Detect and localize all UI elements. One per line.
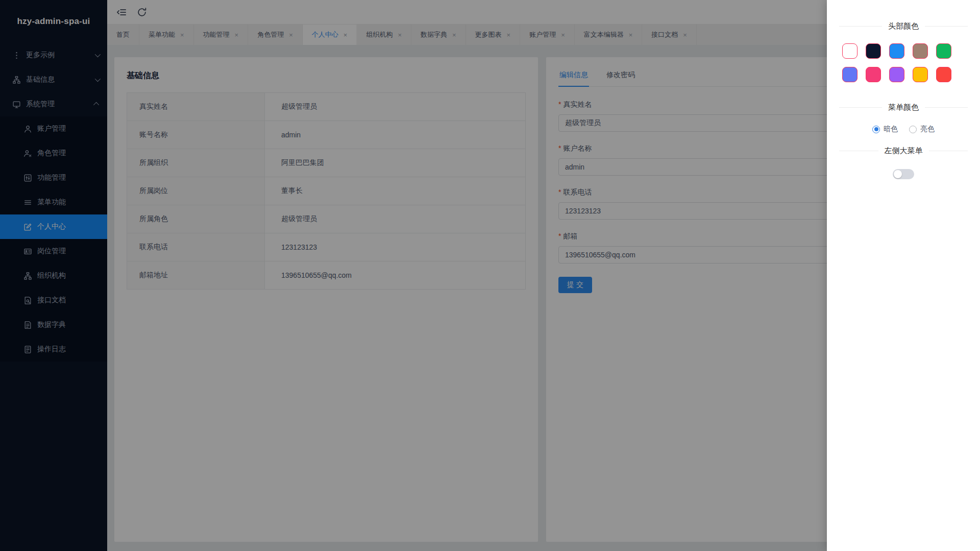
color-swatch[interactable] <box>842 67 857 82</box>
color-swatch[interactable] <box>913 67 928 82</box>
color-swatch[interactable] <box>866 43 881 59</box>
radio-option[interactable]: 暗色 <box>872 125 898 134</box>
theme-drawer: 头部颜色 菜单颜色 暗色 亮色 左侧大菜单 <box>827 0 980 551</box>
radio-label: 暗色 <box>884 125 898 134</box>
color-swatch[interactable] <box>889 43 904 59</box>
color-swatch[interactable] <box>936 43 951 59</box>
big-menu-toggle[interactable] <box>893 169 914 179</box>
radio-icon <box>872 126 880 133</box>
radio-option[interactable]: 亮色 <box>909 125 935 134</box>
radio-icon <box>909 126 917 133</box>
color-swatch[interactable] <box>889 67 904 82</box>
menu-color-options: 暗色 亮色 <box>827 125 980 134</box>
radio-label: 亮色 <box>920 125 935 134</box>
color-swatch[interactable] <box>842 43 857 59</box>
header-color-title: 头部颜色 <box>827 21 980 31</box>
menu-color-title: 菜单颜色 <box>827 103 980 112</box>
color-swatch[interactable] <box>913 43 928 59</box>
big-menu-title: 左侧大菜单 <box>827 146 980 156</box>
header-color-swatches <box>842 43 955 82</box>
toggle-knob <box>894 170 902 178</box>
color-swatch[interactable] <box>866 67 881 82</box>
color-swatch[interactable] <box>936 67 951 82</box>
